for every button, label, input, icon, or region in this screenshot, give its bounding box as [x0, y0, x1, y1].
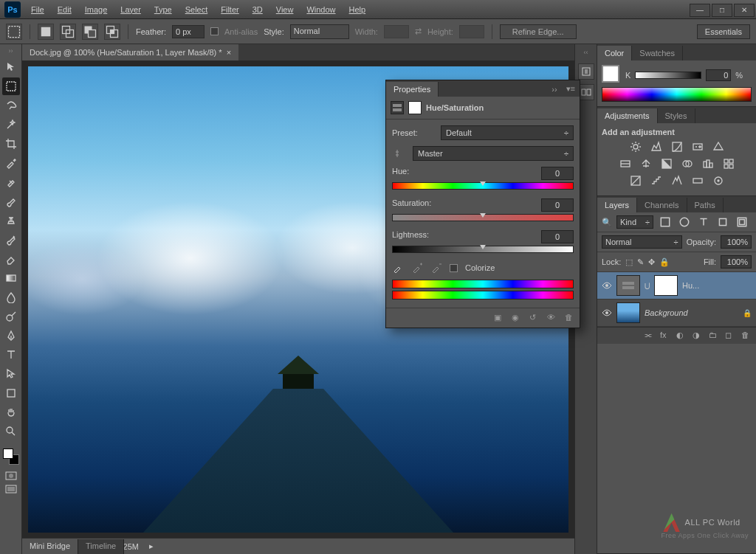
- threshold-icon[interactable]: [670, 174, 684, 187]
- exposure-icon[interactable]: [690, 140, 705, 153]
- refine-edge-button[interactable]: Refine Edge...: [500, 24, 577, 39]
- brightness-icon[interactable]: [628, 140, 643, 153]
- tab-color[interactable]: Color: [597, 46, 632, 60]
- gradient-map-icon[interactable]: [690, 174, 705, 187]
- magic-wand-tool[interactable]: [2, 116, 20, 134]
- foreground-background-colors[interactable]: [3, 449, 19, 465]
- selective-color-icon[interactable]: [711, 174, 726, 187]
- style-select[interactable]: Normal: [290, 24, 349, 39]
- healing-brush-tool[interactable]: [2, 173, 20, 191]
- posterize-icon[interactable]: [649, 174, 664, 187]
- view-previous-icon[interactable]: ◉: [512, 313, 522, 323]
- channel-mixer-icon[interactable]: [701, 157, 715, 170]
- menu-3d[interactable]: 3D: [247, 2, 269, 17]
- selection-new-icon[interactable]: [38, 24, 54, 40]
- pen-tool[interactable]: [2, 327, 20, 344]
- color-balance-icon[interactable]: [639, 157, 653, 170]
- clone-stamp-tool[interactable]: [2, 212, 20, 229]
- color-spectrum[interactable]: [602, 87, 752, 102]
- screen-mode-icon[interactable]: [2, 482, 20, 496]
- dodge-tool[interactable]: [2, 308, 20, 325]
- status-arrow-icon[interactable]: ▸: [149, 541, 154, 551]
- tab-mini-bridge[interactable]: Mini Bridge: [22, 539, 78, 554]
- mask-mode-icon[interactable]: [408, 101, 422, 114]
- path-selection-tool[interactable]: [2, 365, 20, 383]
- shape-tool[interactable]: [2, 384, 20, 402]
- lasso-tool[interactable]: [2, 97, 20, 114]
- selection-subtract-icon[interactable]: [82, 24, 98, 40]
- new-fill-icon[interactable]: ◑: [693, 330, 703, 341]
- visibility-icon[interactable]: [602, 280, 612, 291]
- tab-timeline[interactable]: Timeline: [78, 539, 124, 554]
- menu-window[interactable]: Window: [300, 2, 341, 17]
- filter-type-icon[interactable]: [696, 215, 711, 229]
- hue-value-input[interactable]: 0: [541, 167, 574, 180]
- menu-select[interactable]: Select: [179, 2, 214, 17]
- menu-filter[interactable]: Filter: [215, 2, 244, 17]
- lightness-slider[interactable]: [392, 246, 574, 253]
- eraser-tool[interactable]: [2, 250, 20, 268]
- blend-mode-select[interactable]: Normal÷: [602, 235, 682, 249]
- document-close-icon[interactable]: ×: [227, 48, 231, 57]
- blur-tool[interactable]: [2, 288, 20, 306]
- invert-icon[interactable]: [628, 174, 643, 187]
- delete-layer-icon[interactable]: 🗑: [741, 330, 752, 341]
- colorize-checkbox[interactable]: [450, 264, 458, 272]
- lock-position-icon[interactable]: ✥: [648, 257, 655, 267]
- filter-kind-select[interactable]: Kind÷: [616, 215, 653, 229]
- toggle-visibility-icon[interactable]: 👁: [547, 313, 557, 323]
- hand-tool[interactable]: [2, 404, 20, 421]
- menu-help[interactable]: Help: [343, 2, 372, 17]
- link-icon[interactable]: ⋃: [645, 282, 650, 289]
- close-button[interactable]: ✕: [734, 4, 755, 17]
- reset-icon[interactable]: ↺: [529, 313, 540, 323]
- layer-mask-thumb[interactable]: [654, 275, 678, 296]
- filter-adjustment-icon[interactable]: [677, 215, 692, 229]
- eyedropper-set-icon[interactable]: [392, 262, 404, 274]
- add-mask-icon[interactable]: ◐: [676, 330, 687, 341]
- opacity-input[interactable]: 100%: [721, 235, 752, 249]
- color-lookup-icon[interactable]: [721, 157, 736, 170]
- workspace-essentials-button[interactable]: Essentials: [697, 24, 750, 39]
- document-tab[interactable]: Dock.jpg @ 100% (Hue/Saturation 1, Layer…: [22, 44, 238, 60]
- selection-add-icon[interactable]: [60, 24, 76, 40]
- lightness-value-input[interactable]: 0: [541, 230, 574, 243]
- eyedropper-subtract-icon[interactable]: [430, 262, 442, 274]
- menu-file[interactable]: File: [25, 2, 50, 17]
- lock-transparency-icon[interactable]: ⬚: [625, 257, 633, 267]
- vibrance-icon[interactable]: [711, 140, 726, 153]
- properties-menu-icon[interactable]: ▾≡: [562, 81, 580, 97]
- selection-intersect-icon[interactable]: [104, 24, 120, 40]
- filter-smart-icon[interactable]: [735, 215, 749, 229]
- crop-tool[interactable]: [2, 135, 20, 153]
- k-slider[interactable]: [635, 72, 701, 79]
- layer-row-background[interactable]: Background 🔒: [597, 299, 756, 327]
- lock-pixels-icon[interactable]: ✎: [637, 257, 644, 267]
- tab-properties[interactable]: Properties: [386, 82, 439, 97]
- move-tool[interactable]: [2, 58, 20, 76]
- new-group-icon[interactable]: 🗀: [709, 330, 719, 341]
- menu-type[interactable]: Type: [148, 2, 178, 17]
- menu-view[interactable]: View: [270, 2, 300, 17]
- menu-image[interactable]: Image: [79, 2, 114, 17]
- foreground-color[interactable]: [3, 449, 13, 459]
- levels-icon[interactable]: [649, 140, 664, 153]
- filter-pixel-icon[interactable]: [658, 215, 673, 229]
- maximize-button[interactable]: □: [712, 4, 732, 17]
- toolbar-expand-icon[interactable]: ››: [4, 47, 18, 55]
- clip-to-layer-icon[interactable]: ▣: [494, 313, 504, 323]
- preset-select[interactable]: Default÷: [441, 125, 574, 140]
- minimize-button[interactable]: —: [690, 4, 710, 17]
- layer-row-adjustment[interactable]: ⋃ Hu...: [597, 272, 756, 299]
- layer-fx-icon[interactable]: fx: [660, 330, 670, 341]
- new-layer-icon[interactable]: ◻: [725, 330, 735, 341]
- visibility-icon[interactable]: [602, 308, 612, 318]
- tab-channels[interactable]: Channels: [637, 198, 687, 212]
- type-tool[interactable]: [2, 346, 20, 364]
- history-brush-tool[interactable]: [2, 231, 20, 249]
- filter-kind-icon[interactable]: 🔍: [602, 218, 612, 227]
- bw-icon[interactable]: [659, 157, 674, 170]
- hue-slider[interactable]: [392, 182, 574, 190]
- menu-edit[interactable]: Edit: [52, 2, 78, 17]
- delete-adjustment-icon[interactable]: 🗑: [565, 313, 575, 323]
